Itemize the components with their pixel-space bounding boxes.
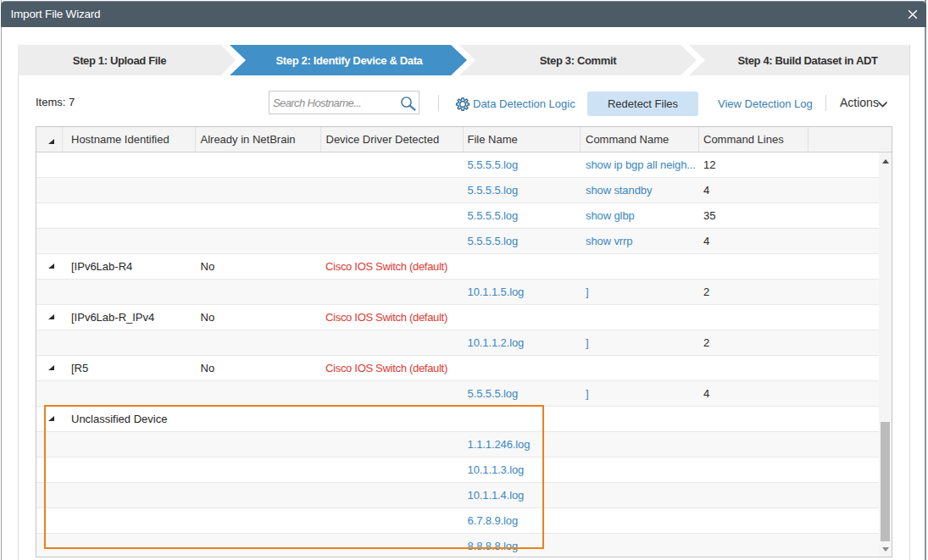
- svg-text:Step 1: Upload File: Step 1: Upload File: [73, 54, 166, 67]
- svg-text:Step 3: Commit: Step 3: Commit: [540, 54, 617, 67]
- svg-text:Step 2: Identify Device & Data: Step 2: Identify Device & Data: [276, 54, 424, 67]
- svg-text:Step 4: Build Dataset in ADT: Step 4: Build Dataset in ADT: [737, 54, 878, 67]
